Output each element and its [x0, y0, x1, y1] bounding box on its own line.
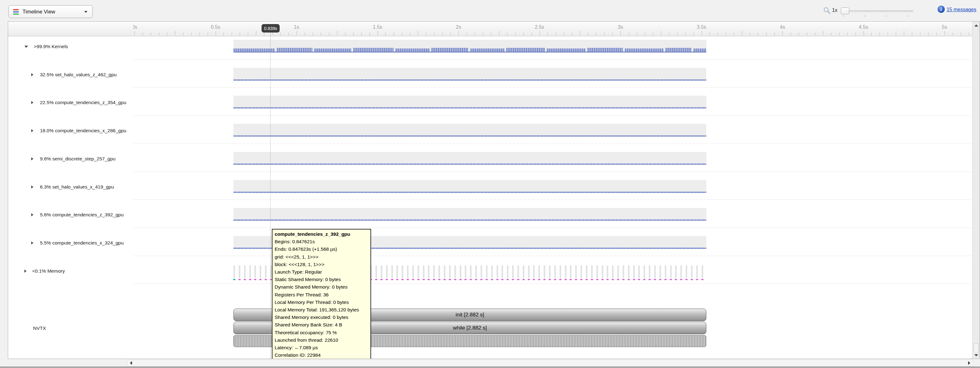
- kernel-events-line[interactable]: [234, 107, 706, 109]
- expand-arrow-icon[interactable]: [31, 242, 33, 245]
- horizontal-scrollbar[interactable]: [0, 360, 980, 367]
- sidebar-row-memory[interactable]: <0.1% Memory: [8, 266, 132, 276]
- memory-transfer-mark[interactable]: [670, 279, 672, 280]
- memory-transfer-mark[interactable]: [428, 279, 430, 280]
- memory-transfer-mark[interactable]: [491, 279, 493, 280]
- timeline-ruler[interactable]: 0s0.5s1s1.5s2s2.5s3s3.5s4s4.5s5s0.839s: [133, 22, 972, 36]
- expand-arrow-icon[interactable]: [31, 101, 33, 104]
- memory-transfer-mark[interactable]: [601, 279, 604, 280]
- memory-transfer-mark[interactable]: [475, 279, 477, 280]
- kernel-events-line[interactable]: [234, 219, 706, 221]
- expand-arrow-icon[interactable]: [31, 129, 33, 132]
- memory-transfer-mark[interactable]: [659, 279, 661, 280]
- memory-transfer-mark[interactable]: [249, 279, 251, 280]
- memory-transfer-mark[interactable]: [244, 279, 246, 280]
- memory-transfer-mark[interactable]: [423, 279, 425, 280]
- memory-transfer-mark[interactable]: [407, 279, 409, 280]
- zoom-slider-handle[interactable]: [841, 8, 849, 14]
- memory-transfer-mark[interactable]: [533, 279, 535, 280]
- memory-transfer-mark[interactable]: [686, 279, 687, 280]
- scroll-down-button[interactable]: [973, 352, 979, 358]
- memory-transfer-mark[interactable]: [517, 279, 519, 280]
- expand-arrow-icon[interactable]: [31, 186, 33, 189]
- memory-transfer-mark[interactable]: [449, 279, 451, 280]
- memory-transfer-mark[interactable]: [465, 279, 466, 280]
- memory-transfer-mark[interactable]: [522, 279, 525, 280]
- sidebar-row-kernel[interactable]: 9.6% semi_discrete_step_257_gpu: [8, 154, 132, 163]
- sidebar-row-nvtx[interactable]: NVTX: [8, 323, 132, 333]
- expand-arrow-icon[interactable]: [24, 269, 27, 273]
- sidebar-row-kernels-summary[interactable]: >99.9% Kernels: [8, 42, 132, 51]
- scroll-up-button[interactable]: [973, 22, 979, 29]
- horizontal-scrollbar-track[interactable]: [127, 360, 973, 366]
- memory-transfer-mark[interactable]: [433, 279, 435, 280]
- scroll-left-button[interactable]: [127, 360, 135, 366]
- kernel-events-line[interactable]: [234, 79, 706, 81]
- vertical-scrollbar-thumb[interactable]: [974, 344, 979, 353]
- kernel-events-line[interactable]: [234, 135, 706, 137]
- memory-transfer-mark[interactable]: [643, 279, 646, 280]
- collapse-arrow-icon[interactable]: [24, 46, 28, 48]
- sidebar-row-kernel[interactable]: 18.0% compute_tendencies_x_286_gpu: [8, 126, 132, 135]
- expand-arrow-icon[interactable]: [31, 73, 33, 76]
- view-selector-dropdown[interactable]: Timeline View: [8, 5, 93, 18]
- memory-transfer-mark[interactable]: [696, 279, 698, 280]
- zoom-slider-track[interactable]: [842, 10, 913, 12]
- memory-transfer-mark[interactable]: [591, 279, 593, 280]
- memory-transfer-mark[interactable]: [559, 279, 562, 280]
- memory-transfer-mark[interactable]: [570, 279, 572, 280]
- memory-transfer-mark[interactable]: [606, 279, 609, 280]
- memory-transfer-mark[interactable]: [512, 279, 514, 280]
- sidebar-row-kernel[interactable]: 5.5% compute_tendencies_x_324_gpu: [8, 238, 132, 248]
- vertical-scrollbar[interactable]: [972, 22, 979, 358]
- memory-transfer-mark[interactable]: [633, 279, 635, 280]
- memory-transfer-mark[interactable]: [506, 279, 509, 280]
- kernel-track[interactable]: [234, 96, 706, 109]
- kernel-events-line[interactable]: [234, 192, 706, 193]
- memory-transfer-mark[interactable]: [691, 279, 693, 280]
- memory-transfer-mark[interactable]: [412, 279, 414, 280]
- memory-transfer-mark[interactable]: [622, 279, 625, 280]
- memory-transfer-mark[interactable]: [460, 279, 461, 280]
- memory-transfer-mark[interactable]: [675, 279, 677, 280]
- sidebar-row-kernel[interactable]: 32.5% set_halo_values_z_462_gpu: [8, 70, 132, 79]
- kernel-track[interactable]: [234, 180, 706, 193]
- memory-transfer-mark[interactable]: [438, 279, 441, 280]
- sidebar-row-kernel[interactable]: 22.5% compute_tendencies_z_354_gpu: [8, 98, 132, 107]
- memory-transfer-mark[interactable]: [528, 279, 530, 280]
- memory-transfer-mark[interactable]: [401, 279, 404, 280]
- memory-transfer-mark[interactable]: [554, 279, 556, 280]
- memory-transfer-mark[interactable]: [486, 279, 488, 280]
- memory-transfer-mark[interactable]: [654, 279, 656, 280]
- memory-transfer-mark[interactable]: [233, 279, 235, 280]
- expand-arrow-icon[interactable]: [31, 157, 33, 160]
- memory-transfer-mark[interactable]: [575, 279, 577, 280]
- kernel-track[interactable]: [234, 152, 706, 165]
- memory-transfer-mark[interactable]: [543, 279, 546, 280]
- memory-transfer-mark[interactable]: [538, 279, 540, 280]
- memory-transfer-mark[interactable]: [628, 279, 630, 280]
- sidebar-row-kernel[interactable]: 5.6% compute_tendencies_z_392_gpu: [8, 210, 132, 219]
- memory-transfer-mark[interactable]: [680, 279, 682, 280]
- messages-link[interactable]: 15 messages: [947, 7, 976, 13]
- memory-transfer-mark[interactable]: [417, 279, 420, 280]
- memory-transfer-mark[interactable]: [617, 279, 619, 280]
- timeline-area[interactable]: 0s0.5s1s1.5s2s2.5s3s3.5s4s4.5s5s0.839s i…: [133, 22, 972, 358]
- memory-transfer-mark[interactable]: [254, 279, 256, 280]
- scroll-right-button[interactable]: [965, 360, 973, 366]
- memory-transfer-mark[interactable]: [470, 279, 472, 280]
- kernel-track[interactable]: [234, 68, 706, 81]
- memory-transfer-mark[interactable]: [380, 279, 383, 280]
- expand-arrow-icon[interactable]: [31, 213, 33, 216]
- memory-transfer-mark[interactable]: [649, 279, 651, 280]
- memory-transfer-mark[interactable]: [496, 279, 498, 280]
- memory-transfer-mark[interactable]: [665, 279, 667, 280]
- memory-transfer-mark[interactable]: [386, 279, 388, 280]
- memory-transfer-mark[interactable]: [585, 279, 588, 280]
- memory-transfer-mark[interactable]: [612, 279, 614, 280]
- memory-transfer-mark[interactable]: [638, 279, 640, 280]
- memory-transfer-mark[interactable]: [480, 279, 482, 280]
- memory-transfer-mark[interactable]: [391, 279, 393, 280]
- memory-transfer-mark[interactable]: [265, 279, 267, 280]
- memory-transfer-mark[interactable]: [454, 279, 456, 280]
